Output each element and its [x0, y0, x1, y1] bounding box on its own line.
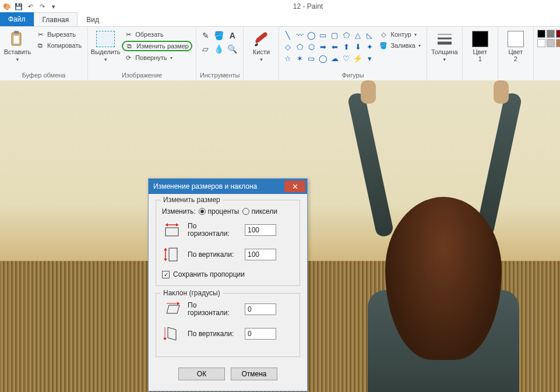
tab-home[interactable]: Главная [34, 12, 78, 26]
radio-percent[interactable]: проценты [199, 207, 239, 216]
shape-star5[interactable]: ☆ [283, 53, 293, 63]
zoom-tool[interactable]: 🔍 [227, 43, 238, 55]
quick-access-toolbar: 🎨 💾 ↶ ↷ ▾ [2, 2, 58, 11]
skew-fieldset: Наклон (градусы) По горизонтали: По вер [156, 293, 300, 357]
horizontal-resize-icon [162, 221, 182, 239]
horizontal-input[interactable] [245, 224, 276, 236]
keep-aspect-checkbox[interactable]: ✓ Сохранить пропорции [162, 270, 294, 278]
shape-star6[interactable]: ✶ [294, 53, 305, 63]
tab-view[interactable]: Вид [78, 12, 108, 26]
paste-icon [8, 30, 27, 48]
palette-swatch[interactable] [537, 39, 545, 47]
resize-icon: ⧉ [125, 42, 133, 50]
group-shapes: ╲ 〰 ◯ ▭ ▢ ⬠ △ ◺ ◇ ⬠ ⬡ ➡ ⬅ ⬆ ⬇ ✦ ☆ ✶ ▭ ◯ [279, 27, 427, 80]
skew-h-input[interactable] [245, 303, 276, 315]
photo-subject [344, 115, 525, 389]
fieldset-legend: Наклон (градусы) [161, 289, 223, 297]
outline-icon: ◇ [379, 30, 388, 38]
shape-pentagon[interactable]: ⬠ [294, 41, 305, 52]
dialog-close-button[interactable]: ✕ [284, 181, 305, 192]
radio-pixels[interactable]: пиксели [242, 207, 277, 216]
resize-button[interactable]: ⧉Изменить размер [122, 41, 192, 51]
shape-arrowl[interactable]: ⬅ [329, 41, 340, 52]
skew-v-input[interactable] [245, 328, 276, 340]
by-label: Изменить: [162, 207, 195, 216]
shape-star4[interactable]: ✦ [364, 41, 375, 52]
shape-more[interactable]: ▾ [364, 53, 375, 63]
shape-curve[interactable]: 〰 [294, 30, 305, 40]
color2-button[interactable]: Цвет 2 [502, 29, 530, 62]
qat-dropdown-icon[interactable]: ▾ [49, 2, 58, 11]
shape-bolt[interactable]: ⚡ [353, 53, 363, 63]
canvas[interactable]: Изменение размеров и наклона ✕ Изменить … [0, 80, 560, 392]
palette-swatch[interactable] [556, 30, 560, 38]
outline-button[interactable]: ◇Контур ▾ [377, 30, 422, 39]
palette-swatch[interactable] [537, 30, 545, 38]
shapes-gallery[interactable]: ╲ 〰 ◯ ▭ ▢ ⬠ △ ◺ ◇ ⬠ ⬡ ➡ ⬅ ⬆ ⬇ ✦ ☆ ✶ ▭ ◯ [283, 29, 375, 63]
palette-swatch[interactable] [556, 39, 560, 47]
window-title: 12 - Paint [58, 2, 558, 10]
copy-button[interactable]: ⧉Копировать [34, 41, 84, 50]
pencil-tool[interactable]: ✎ [200, 30, 212, 41]
resize-fieldset: Изменить размер Изменить: проценты пиксе… [156, 200, 300, 286]
brushes-button[interactable]: Кисти▼ [247, 29, 275, 63]
shape-triangle[interactable]: △ [353, 30, 363, 40]
crop-button[interactable]: ✂Обрезать [122, 30, 192, 39]
shape-hex[interactable]: ⬡ [306, 41, 316, 52]
dropdown-caret-icon: ▼ [259, 57, 264, 62]
shape-roundrect[interactable]: ▢ [329, 30, 340, 40]
cancel-button[interactable]: Отмена [231, 368, 277, 380]
radio-icon [199, 208, 206, 215]
shape-diamond[interactable]: ◇ [283, 41, 293, 52]
group-label: Инструменты [200, 70, 240, 80]
shape-poly[interactable]: ⬠ [341, 30, 351, 40]
group-thickness: Толщина▼ [427, 27, 463, 80]
fill-button[interactable]: 🪣Заливка ▾ [377, 41, 422, 50]
dialog-titlebar[interactable]: Изменение размеров и наклона ✕ [149, 179, 307, 194]
palette-swatch[interactable] [547, 39, 555, 47]
vertical-input[interactable] [245, 249, 276, 260]
shape-rect[interactable]: ▭ [318, 30, 328, 40]
shape-line[interactable]: ╲ [283, 30, 293, 40]
color1-button[interactable]: Цвет 1 [466, 29, 494, 62]
save-icon[interactable]: 💾 [14, 2, 23, 11]
vertical-label: По вертикали: [188, 251, 239, 259]
fill-tool[interactable]: 🪣 [213, 30, 225, 41]
ok-button[interactable]: ОК [178, 368, 225, 380]
radio-icon [242, 208, 249, 215]
vertical-skew-icon [162, 325, 182, 342]
resize-dialog: Изменение размеров и наклона ✕ Изменить … [148, 178, 308, 391]
shape-rtriangle[interactable]: ◺ [364, 30, 375, 40]
picker-tool[interactable]: 💧 [213, 43, 225, 55]
text-tool[interactable]: A [227, 30, 238, 41]
brush-icon [252, 30, 270, 48]
thickness-button[interactable]: Толщина▼ [431, 29, 459, 63]
paste-button[interactable]: Вставить▼ [3, 29, 31, 63]
group-label [431, 70, 459, 80]
eraser-tool[interactable]: ▱ [200, 43, 212, 55]
group-image: Выделить▼ ✂Обрезать ⧉Изменить размер ⟳По… [88, 27, 196, 80]
crop-icon: ✂ [124, 30, 132, 38]
shape-callo[interactable]: ◯ [318, 53, 328, 63]
redo-icon[interactable]: ↷ [37, 2, 47, 11]
select-button[interactable]: Выделить▼ [91, 29, 119, 63]
shape-arrowu[interactable]: ⬆ [341, 41, 351, 52]
shape-arrowd[interactable]: ⬇ [353, 41, 363, 52]
shape-heart[interactable]: ♡ [341, 53, 351, 63]
group-tools: ✎ 🪣 A ▱ 💧 🔍 Инструменты [196, 27, 244, 80]
group-label: Буфер обмена [3, 70, 84, 80]
undo-icon[interactable]: ↶ [26, 2, 35, 11]
rotate-button[interactable]: ⟳Повернуть ▾ [122, 53, 192, 62]
cut-button[interactable]: ✂Вырезать [34, 30, 84, 39]
skew-v-label: По вертикали: [188, 330, 239, 338]
shape-arrowr[interactable]: ➡ [318, 41, 328, 52]
shape-callr[interactable]: ▭ [306, 53, 316, 63]
svg-rect-2 [13, 36, 19, 44]
tab-file[interactable]: Файл [0, 12, 34, 26]
palette-swatch[interactable] [547, 30, 555, 38]
shape-oval[interactable]: ◯ [306, 30, 316, 40]
svg-marker-19 [163, 338, 167, 340]
dropdown-caret-icon: ▾ [170, 55, 172, 61]
color-palette[interactable] [537, 29, 560, 47]
shape-cloud[interactable]: ☁ [329, 53, 340, 63]
